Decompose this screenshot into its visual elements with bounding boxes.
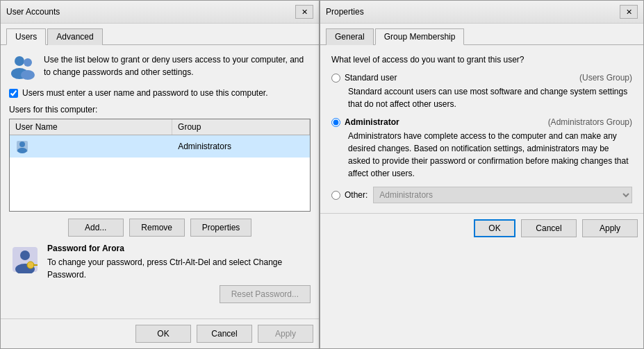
- must-login-checkbox[interactable]: [9, 89, 18, 98]
- password-text: To change your password, press Ctrl-Alt-…: [47, 256, 311, 281]
- administrator-radio-row: Administrator (Administrators Group): [331, 117, 632, 127]
- svg-point-5: [19, 142, 25, 147]
- svg-point-0: [15, 56, 24, 66]
- tab-group-membership[interactable]: Group Membership: [375, 28, 465, 45]
- access-question: What level of access do you want to gran…: [331, 55, 632, 65]
- administrator-radio[interactable]: [331, 118, 340, 127]
- properties-button[interactable]: Properties: [190, 219, 252, 237]
- right-window-title: Properties: [326, 7, 364, 17]
- table-body: Administrators: [10, 135, 310, 205]
- properties-window: Properties ✕ General Group Membership Wh…: [320, 0, 644, 349]
- right-tabs: General Group Membership: [320, 24, 643, 45]
- right-title-bar: Properties ✕: [320, 1, 643, 24]
- header-username: User Name: [10, 119, 172, 135]
- user-action-buttons: Add... Remove Properties: [9, 219, 311, 237]
- password-content: Password for Arora To change your passwo…: [47, 244, 311, 303]
- user-info-icon: [9, 53, 37, 81]
- administrator-desc: Administrators have complete access to t…: [348, 130, 632, 180]
- user-table: User Name Group Administrators: [9, 119, 311, 212]
- standard-user-group-label: (Users Group): [579, 73, 632, 83]
- left-bottom-bar: OK Cancel Apply: [1, 318, 319, 348]
- users-icon: [10, 54, 36, 80]
- right-bottom-bar: OK Cancel Apply: [320, 213, 643, 243]
- must-login-checkbox-row: Users must enter a user name and passwor…: [9, 88, 311, 98]
- left-window-title: User Accounts: [6, 7, 60, 17]
- svg-point-8: [20, 250, 30, 260]
- other-option-row: Other: Administrators: [331, 187, 632, 203]
- other-radio[interactable]: [331, 191, 340, 200]
- administrator-group-label: (Administrators Group): [548, 117, 632, 127]
- left-title-bar: User Accounts ✕: [1, 1, 319, 24]
- remove-button[interactable]: Remove: [129, 219, 185, 237]
- right-apply-button[interactable]: Apply: [582, 219, 638, 237]
- svg-point-10: [27, 262, 34, 269]
- users-for-computer-label: Users for this computer:: [9, 105, 311, 114]
- standard-user-radio-row: Standard user (Users Group): [331, 73, 632, 83]
- cell-username: [10, 138, 172, 155]
- other-label[interactable]: Other:: [345, 190, 368, 200]
- left-ok-button[interactable]: OK: [135, 325, 191, 343]
- right-ok-button[interactable]: OK: [474, 219, 515, 237]
- svg-point-6: [17, 148, 27, 153]
- password-section: Password for Arora To change your passwo…: [9, 244, 311, 303]
- row-user-icon: [15, 139, 29, 153]
- add-button[interactable]: Add...: [68, 219, 124, 237]
- svg-point-2: [24, 58, 32, 67]
- left-tabs: Users Advanced: [1, 24, 319, 45]
- header-group: Group: [172, 119, 310, 135]
- reset-password-button[interactable]: Reset Password...: [220, 285, 311, 303]
- standard-user-option: Standard user (Users Group) Standard acc…: [331, 73, 632, 110]
- tab-general[interactable]: General: [326, 28, 374, 45]
- standard-user-desc: Standard account users can use most soft…: [348, 85, 632, 110]
- right-title-controls: ✕: [620, 5, 638, 19]
- password-label: Password for Arora: [47, 244, 311, 253]
- administrator-option: Administrator (Administrators Group) Adm…: [331, 117, 632, 180]
- info-section: Use the list below to grant or deny user…: [9, 53, 311, 81]
- other-select[interactable]: Administrators: [373, 187, 632, 203]
- must-login-label[interactable]: Users must enter a user name and passwor…: [22, 88, 268, 98]
- right-cancel-button[interactable]: Cancel: [521, 219, 577, 237]
- standard-user-radio[interactable]: [331, 74, 340, 83]
- left-apply-button[interactable]: Apply: [258, 325, 313, 343]
- right-close-button[interactable]: ✕: [620, 5, 638, 19]
- cell-group: Administrators: [172, 140, 310, 153]
- left-close-button[interactable]: ✕: [295, 5, 313, 19]
- info-text: Use the list below to grant or deny user…: [44, 53, 311, 78]
- administrator-label[interactable]: Administrator: [345, 117, 399, 127]
- reset-btn-row: Reset Password...: [47, 285, 311, 303]
- tab-users[interactable]: Users: [6, 28, 46, 45]
- svg-point-3: [21, 70, 35, 80]
- password-section-icon: [9, 244, 40, 275]
- table-header: User Name Group: [10, 119, 310, 135]
- tab-advanced[interactable]: Advanced: [47, 28, 102, 45]
- user-accounts-window: User Accounts ✕ Users Advanced Use the l…: [0, 0, 320, 349]
- left-content: Use the list below to grant or deny user…: [1, 45, 319, 318]
- standard-user-label[interactable]: Standard user: [345, 73, 397, 83]
- left-title-controls: ✕: [295, 5, 313, 19]
- table-row[interactable]: Administrators: [10, 135, 310, 158]
- right-content: What level of access do you want to gran…: [320, 45, 643, 213]
- password-icon-svg: [11, 246, 39, 273]
- left-cancel-button[interactable]: Cancel: [197, 325, 252, 343]
